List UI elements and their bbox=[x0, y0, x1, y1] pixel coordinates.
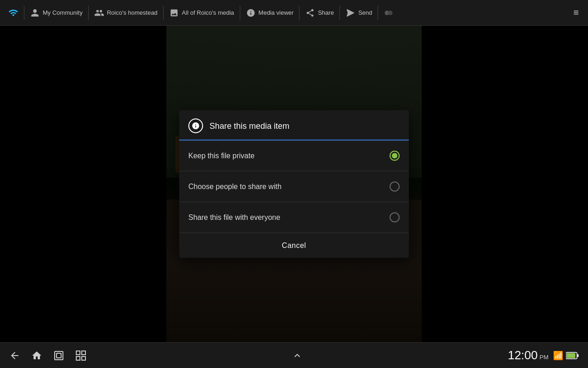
group-icon bbox=[94, 8, 104, 18]
image-icon bbox=[169, 8, 179, 18]
nav-divider-7 bbox=[378, 6, 378, 20]
sidebar-item-all-media[interactable]: All of Roico's media bbox=[164, 0, 239, 25]
option-keep-private[interactable]: Keep this file private bbox=[179, 141, 409, 172]
nav-divider-2 bbox=[88, 6, 89, 20]
share-dialog: Share this media item Keep this file pri… bbox=[179, 110, 409, 258]
nav-divider-3 bbox=[163, 6, 164, 20]
person-icon bbox=[30, 8, 40, 18]
my-community-label: My Community bbox=[43, 9, 83, 16]
battery-icon bbox=[566, 352, 579, 359]
app-wifi-icon bbox=[8, 8, 18, 18]
screenshot-button[interactable] bbox=[75, 350, 86, 361]
sidebar-item-my-community[interactable]: My Community bbox=[25, 0, 87, 25]
svg-rect-6 bbox=[76, 356, 80, 360]
nav-divider-6 bbox=[339, 6, 340, 20]
svg-rect-10 bbox=[577, 354, 579, 357]
clock-ampm: PM bbox=[540, 354, 549, 361]
main-content-area: Share this media item Keep this file pri… bbox=[0, 26, 588, 342]
time-area: 12:00 PM bbox=[508, 348, 548, 362]
homestead-label: Roico's homestead bbox=[107, 9, 158, 16]
send-icon bbox=[345, 8, 356, 18]
app-logo[interactable] bbox=[4, 0, 23, 25]
share-box-icon bbox=[305, 8, 315, 18]
svg-point-1 bbox=[388, 11, 393, 15]
chevron-up-button[interactable] bbox=[292, 350, 303, 361]
option-choose-people-label: Choose people to share with bbox=[188, 183, 282, 191]
back-button[interactable] bbox=[9, 350, 20, 361]
nav-divider-5 bbox=[299, 6, 300, 20]
cancel-button[interactable]: Cancel bbox=[179, 233, 409, 258]
dialog-header: Share this media item bbox=[179, 110, 409, 141]
svg-rect-2 bbox=[55, 351, 63, 360]
svg-rect-4 bbox=[76, 351, 80, 355]
hamburger-menu-button[interactable]: ≡ bbox=[568, 7, 584, 18]
nav-divider-4 bbox=[240, 6, 240, 20]
option-share-everyone[interactable]: Share this file with everyone bbox=[179, 202, 409, 233]
bottom-navigation-bar: 12:00 PM 📶 bbox=[0, 342, 588, 368]
radio-share-everyone[interactable] bbox=[390, 213, 400, 223]
sidebar-item-media-viewer[interactable]: Media viewer bbox=[241, 0, 299, 25]
option-keep-private-label: Keep this file private bbox=[188, 152, 254, 160]
sidebar-item-send[interactable]: Send bbox=[341, 0, 377, 25]
bottom-center bbox=[86, 350, 508, 361]
community-avatar-group[interactable] bbox=[379, 0, 398, 25]
option-share-everyone-label: Share this file with everyone bbox=[188, 213, 280, 222]
send-label: Send bbox=[358, 9, 372, 16]
sidebar-item-share[interactable]: Share bbox=[300, 0, 339, 25]
recents-button[interactable] bbox=[53, 350, 64, 361]
group-avatar-icon bbox=[384, 8, 394, 18]
info-circle-icon bbox=[246, 8, 256, 18]
bottom-status-area: 12:00 PM 📶 bbox=[508, 348, 579, 362]
svg-rect-3 bbox=[57, 353, 61, 358]
bottom-nav-left bbox=[9, 350, 86, 361]
sidebar-item-homestead[interactable]: Roico's homestead bbox=[90, 0, 162, 25]
svg-rect-5 bbox=[82, 351, 85, 355]
svg-rect-9 bbox=[567, 353, 576, 358]
all-media-label: All of Roico's media bbox=[182, 9, 234, 16]
clock-time: 12:00 bbox=[508, 348, 537, 362]
radio-keep-private[interactable] bbox=[390, 151, 400, 161]
bluetooth-icon: 📶 bbox=[553, 351, 563, 361]
home-button[interactable] bbox=[31, 350, 42, 361]
svg-rect-7 bbox=[82, 356, 85, 360]
nav-divider-1 bbox=[24, 6, 24, 20]
top-navigation-bar: My Community Roico's homestead All of Ro… bbox=[0, 0, 588, 26]
radio-choose-people[interactable] bbox=[390, 182, 400, 192]
status-icons-group: 📶 bbox=[553, 351, 579, 361]
option-choose-people[interactable]: Choose people to share with bbox=[179, 172, 409, 202]
share-label: Share bbox=[318, 9, 334, 16]
dialog-title: Share this media item bbox=[209, 121, 289, 131]
info-icon bbox=[188, 119, 203, 133]
media-viewer-label: Media viewer bbox=[259, 9, 294, 16]
